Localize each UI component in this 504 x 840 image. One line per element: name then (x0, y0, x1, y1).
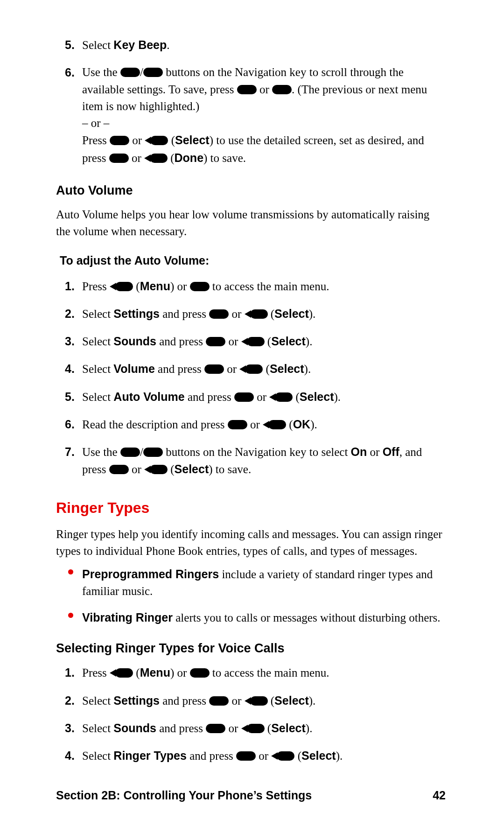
steps-ringer-voice: 1.Press (Menu) or to access the main men… (56, 664, 446, 764)
button-nav-icon (144, 465, 168, 474)
bullet-item: Vibrating Ringer alerts you to calls or … (82, 609, 446, 626)
inline-bold: Select (270, 362, 304, 375)
step-number: 4. (65, 360, 75, 377)
inline-bold: Select (274, 307, 309, 320)
bullet-dot-icon (68, 613, 73, 618)
button-oval-icon (143, 448, 163, 457)
step-text: Select Settings and press or (Select). (82, 694, 315, 707)
button-oval-icon (209, 696, 229, 706)
inline-bold: Vibrating Ringer (82, 611, 173, 624)
button-oval-icon (120, 448, 140, 457)
button-oval-icon (143, 68, 163, 77)
button-oval-icon (120, 68, 140, 77)
inline-bold: Select (300, 390, 334, 403)
step-item: 2.Select Settings and press or (Select). (82, 305, 446, 322)
inline-bold: Select (274, 694, 309, 707)
bullet-text: Preprogrammed Ringers include a variety … (82, 568, 433, 597)
step-item: 7.Use the / buttons on the Navigation ke… (82, 443, 446, 478)
step-number: 5. (65, 388, 75, 405)
step-text: Press (Menu) or to access the main menu. (82, 666, 329, 679)
steps-auto-volume: 1.Press (Menu) or to access the main men… (56, 278, 446, 478)
inline-bold: OK (293, 418, 311, 431)
button-oval-icon (234, 392, 254, 402)
step-text: Select Settings and press or (Select). (82, 308, 315, 320)
step-text: Select Key Beep. (82, 39, 170, 51)
step-number: 7. (65, 443, 75, 460)
step-item: 4.Select Ringer Types and press or (Sele… (82, 747, 446, 764)
step-number: 1. (65, 664, 75, 681)
button-oval-icon (209, 309, 229, 319)
inline-bold: Auto Volume (113, 390, 184, 403)
step-text: Use the / buttons on the Navigation key … (82, 66, 427, 164)
button-nav-icon (269, 392, 293, 402)
inline-bold: Ringer Types (113, 749, 187, 762)
button-nav-icon (241, 337, 265, 346)
continuation-steps: 5.Select Key Beep.6.Use the / buttons on… (56, 36, 446, 167)
inline-bold: Select (175, 133, 210, 147)
button-oval-icon (237, 85, 257, 94)
inline-bold: Select (175, 462, 209, 476)
step-item: 5.Select Key Beep. (82, 36, 446, 54)
button-nav-icon (239, 364, 263, 374)
button-nav-icon (271, 751, 294, 761)
button-oval-icon (109, 465, 129, 474)
button-nav-icon (110, 282, 133, 291)
inline-bold: Preprogrammed Ringers (82, 567, 219, 581)
inline-bold: Key Beep (113, 38, 167, 51)
button-oval-icon (228, 420, 247, 429)
step-text: Read the description and press or (OK). (82, 418, 317, 431)
inline-bold: Volume (113, 362, 154, 375)
step-text: Select Auto Volume and press or (Select)… (82, 391, 341, 403)
intro-auto-volume: Auto Volume helps you hear low volume tr… (56, 206, 446, 240)
step-text: Select Sounds and press or (Select). (82, 335, 312, 348)
heading-ringer-types: Ringer Types (56, 497, 446, 518)
step-text: Use the / buttons on the Navigation key … (82, 446, 422, 476)
step-number: 3. (65, 333, 75, 350)
button-oval-icon (109, 154, 129, 163)
step-text: Select Volume and press or (Select). (82, 363, 311, 375)
inline-bold: Select (271, 721, 306, 735)
step-item: 1.Press (Menu) or to access the main men… (82, 278, 446, 295)
step-item: 5.Select Auto Volume and press or (Selec… (82, 388, 446, 406)
inline-bold: Sounds (113, 335, 156, 348)
step-number: 6. (65, 64, 75, 81)
step-item: 3.Select Sounds and press or (Select). (82, 720, 446, 737)
button-oval-icon (272, 85, 292, 94)
button-nav-icon (144, 154, 168, 163)
step-number: 1. (65, 278, 75, 294)
heading-auto-volume: Auto Volume (56, 182, 446, 200)
inline-bold: Done (175, 151, 204, 164)
step-item: 4.Select Volume and press or (Select). (82, 360, 446, 378)
inline-bold: Menu (140, 280, 170, 293)
step-number: 3. (65, 720, 75, 736)
bullet-item: Preprogrammed Ringers include a variety … (82, 566, 446, 600)
inline-bold: Settings (113, 694, 160, 707)
inline-bold: Settings (113, 307, 160, 320)
step-text: Select Ringer Types and press or (Select… (82, 749, 343, 762)
footer-page-number: 42 (433, 787, 446, 804)
step-text: Press (Menu) or to access the main menu. (82, 280, 329, 293)
button-nav-icon (110, 668, 133, 678)
step-item: 1.Press (Menu) or to access the main men… (82, 664, 446, 681)
button-oval-icon (110, 136, 129, 145)
inline-bold: Sounds (113, 721, 156, 735)
bullets-ringer-types: Preprogrammed Ringers include a variety … (56, 566, 446, 627)
step-number: 2. (65, 692, 75, 709)
button-oval-icon (236, 751, 256, 761)
button-oval-icon (190, 282, 210, 291)
footer-section-label: Section 2B: Controlling Your Phone’s Set… (56, 787, 312, 804)
inline-bold: Select (301, 749, 336, 762)
step-number: 4. (65, 747, 75, 764)
intro-ringer-types: Ringer types help you identify incoming … (56, 526, 446, 560)
button-oval-icon (204, 364, 224, 374)
step-item: 6.Use the / buttons on the Navigation ke… (82, 64, 446, 167)
button-nav-icon (263, 420, 286, 429)
button-nav-icon (145, 136, 168, 145)
step-text: Select Sounds and press or (Select). (82, 722, 312, 735)
inline-bold: Off (383, 445, 399, 458)
bullet-text: Vibrating Ringer alerts you to calls or … (82, 611, 441, 624)
button-oval-icon (206, 337, 225, 346)
step-number: 6. (65, 416, 75, 433)
inline-bold: On (351, 445, 367, 458)
button-nav-icon (241, 724, 265, 733)
